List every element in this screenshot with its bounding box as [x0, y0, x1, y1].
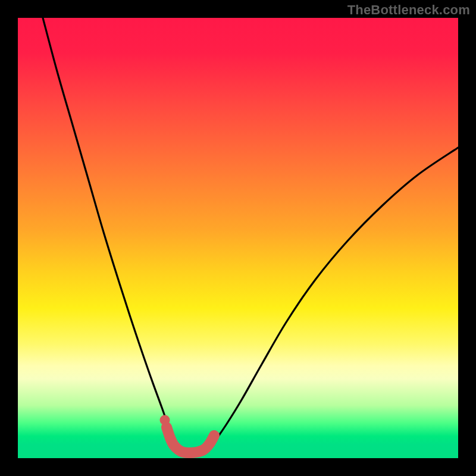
- watermark-text: TheBottleneck.com: [347, 2, 470, 18]
- curve-trough-overlay: [167, 427, 214, 453]
- curve-svg: [18, 18, 458, 458]
- trough-dot-icon: [160, 415, 170, 425]
- curve-left-branch: [43, 18, 180, 450]
- plot-frame: [18, 18, 458, 458]
- curve-right-branch: [208, 148, 458, 450]
